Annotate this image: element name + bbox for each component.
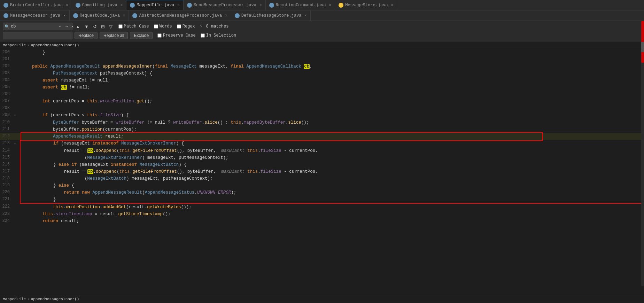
bottom-breadcrumb-bar: MappedFile › appendMessagesInner()	[0, 295, 644, 303]
find-input[interactable]	[11, 24, 56, 29]
table-row: 205 assert cb != null;	[0, 84, 644, 91]
line-gutter	[14, 154, 20, 161]
words-option[interactable]: Words	[154, 24, 172, 29]
words-checkbox[interactable]	[154, 24, 158, 29]
in-selection-option[interactable]: In Selection	[201, 33, 236, 38]
java-icon	[73, 13, 78, 18]
search-options: Match Case Words Regex ?	[118, 24, 203, 29]
table-row: 209 ▾ if (currentPos < this.fileSize) {	[0, 112, 644, 119]
tab-abstractsend[interactable]: AbstractSendMessageProcessor.java ×	[129, 10, 231, 21]
line-gutter	[14, 133, 20, 140]
line-gutter	[14, 70, 20, 77]
preserve-case-option[interactable]: Preserve Case	[157, 33, 196, 38]
close-icon[interactable]: ×	[391, 3, 394, 7]
close-icon[interactable]: ×	[66, 3, 68, 7]
nav-up-button[interactable]: ▲	[75, 24, 81, 29]
in-selection-checkbox[interactable]	[201, 33, 205, 38]
scrollbar-track[interactable]	[641, 21, 644, 286]
java-icon	[3, 3, 8, 8]
line-gutter	[14, 98, 20, 105]
preserve-case-checkbox[interactable]	[157, 33, 162, 38]
exclude-button[interactable]: Exclude	[130, 32, 153, 39]
close-icon[interactable]: ×	[329, 3, 332, 7]
line-gutter	[14, 203, 20, 211]
tab-sendmessageprocessor[interactable]: SendMessageProcessor.java ×	[184, 0, 266, 10]
fold-arrow[interactable]: ▾	[14, 142, 16, 146]
line-content: this.storeTimestamp = result.getStoreTim…	[20, 211, 644, 218]
replace-input[interactable]	[5, 33, 60, 38]
line-gutter	[14, 126, 20, 133]
regex-checkbox[interactable]	[177, 24, 181, 29]
code-area: 200 } 201 202 public AppendMessageResult…	[0, 49, 644, 295]
tab-messageaccessor[interactable]: MessageAccessor.java ×	[0, 10, 70, 21]
line-content: }	[20, 196, 644, 203]
line-gutter	[14, 182, 20, 189]
line-gutter	[14, 91, 20, 98]
line-content: }	[20, 49, 644, 56]
filter-button[interactable]: ▽	[108, 24, 114, 29]
line-gutter	[14, 105, 20, 112]
breadcrumb-method[interactable]: appendMessagesInner()	[31, 43, 79, 47]
code-scroll[interactable]: 200 } 201 202 public AppendMessageResult…	[0, 49, 644, 295]
line-gutter	[14, 63, 20, 70]
replace-input-wrap	[3, 32, 72, 39]
bottom-breadcrumb-file[interactable]: MappedFile	[3, 297, 26, 301]
bottom-breadcrumb-method[interactable]: appendMessagesInner()	[31, 297, 79, 301]
table-row: 218 (MessageExtBatch) messageExt, putMes…	[0, 175, 644, 182]
close-icon[interactable]: ×	[259, 3, 262, 7]
help-icon[interactable]: ?	[200, 24, 203, 29]
close-icon[interactable]: ×	[121, 3, 123, 7]
line-gutter	[14, 119, 20, 126]
replace-button[interactable]: Replace	[75, 32, 98, 39]
table-row: 213 ▾ if (messageExt instanceof MessageE…	[0, 140, 644, 147]
tab-mappedfile[interactable]: MappedFile.java ×	[126, 0, 184, 10]
scrollbar-thumb	[641, 42, 644, 52]
close-icon[interactable]: ×	[225, 14, 227, 18]
replace-all-button[interactable]: Replace all	[100, 32, 128, 39]
line-gutter	[14, 161, 20, 168]
tab-messagestore[interactable]: MessageStore.java ×	[335, 0, 397, 10]
line-gutter	[14, 196, 20, 203]
line-number: 211	[0, 126, 14, 133]
table-row: 215 (MessageExtBrokerInner) messageExt, …	[0, 154, 644, 161]
java-icon	[3, 13, 8, 18]
find-prev-arrow[interactable]: ←	[57, 24, 63, 29]
tab-label: DefaultMessageStore.java	[241, 13, 302, 18]
match-case-checkbox[interactable]	[118, 24, 123, 29]
table-row: 207 int currentPos = this.wrotePosition.…	[0, 98, 644, 105]
line-content: if (currentPos < this.fileSize) {	[20, 112, 644, 119]
line-content: if (messageExt instanceof MessageExtBrok…	[20, 140, 644, 147]
close-icon[interactable]: ×	[123, 14, 125, 18]
tab-requestcode[interactable]: RequestCode.java ×	[70, 10, 129, 21]
line-content: this.wrotePosition.addAndGet(result.getW…	[20, 203, 644, 211]
close-search-icon[interactable]: ×	[71, 24, 74, 29]
tab-label: RequestCode.java	[80, 13, 120, 18]
tab-remotingcommand[interactable]: RemotingCommand.java ×	[266, 0, 335, 10]
line-content: public AppendMessageResult appendMessage…	[20, 63, 644, 70]
table-row: 224 return result;	[0, 218, 644, 225]
tab-label: MessageAccessor.java	[10, 13, 60, 18]
refresh-button[interactable]: ↺	[92, 24, 98, 29]
java-icon	[235, 13, 240, 18]
settings-button[interactable]: ⊞	[100, 24, 106, 29]
match-case-option[interactable]: Match Case	[118, 24, 149, 29]
table-row: 221 }	[0, 196, 644, 203]
regex-option[interactable]: Regex	[177, 24, 195, 29]
fold-arrow[interactable]: ▾	[14, 114, 16, 117]
tab-commitlog[interactable]: CommitLog.java ×	[72, 0, 126, 10]
find-next-arrow[interactable]: →	[64, 24, 69, 29]
tab-defaultmessagestore[interactable]: DefaultMessageStore.java ×	[231, 10, 311, 21]
table-row: 201	[0, 56, 644, 63]
close-icon[interactable]: ×	[177, 3, 180, 7]
line-content: int currentPos = this.wrotePosition.get(…	[20, 98, 644, 105]
table-row: 206	[0, 91, 644, 98]
tab-brokercontroller[interactable]: BrokerController.java ×	[0, 0, 72, 10]
line-number: 201	[0, 56, 14, 63]
line-number: 221	[0, 196, 14, 203]
close-icon[interactable]: ×	[305, 14, 307, 18]
breadcrumb-file[interactable]: MappedFile	[3, 43, 26, 47]
table-row: 200 }	[0, 49, 644, 56]
nav-down-button[interactable]: ▼	[83, 24, 90, 29]
close-icon[interactable]: ×	[63, 14, 66, 18]
line-number: 222	[0, 203, 14, 211]
